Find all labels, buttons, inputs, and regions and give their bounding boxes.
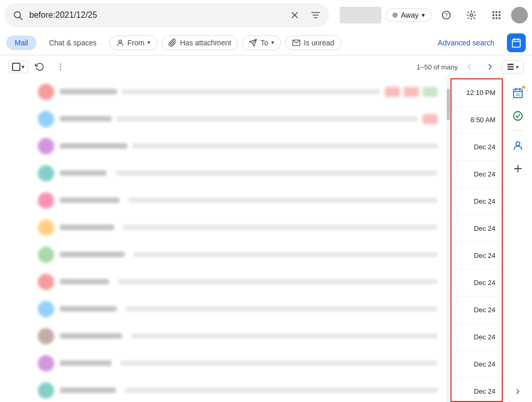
timestamp-panel: 12:10 PM 8:50 AM Dec 24 Dec 24 Dec 24 De… (450, 78, 503, 402)
svg-point-26 (60, 64, 61, 65)
tab-mail[interactable]: Mail (6, 36, 37, 50)
view-toggle-button[interactable]: ▾ (502, 60, 524, 74)
prev-page-button[interactable] (460, 57, 479, 76)
more-options-button[interactable] (51, 57, 70, 76)
filter-chip-to[interactable]: To ▾ (242, 36, 281, 50)
row-checkbox (8, 141, 18, 151)
svg-rect-18 (499, 17, 500, 19)
svg-rect-16 (493, 17, 494, 19)
timestamp-item-3: Dec 24 (452, 161, 502, 188)
pagination-nav (460, 57, 500, 76)
side-tasks-icon[interactable] (507, 105, 528, 126)
help-button[interactable]: ? (436, 5, 457, 26)
svg-point-37 (513, 112, 522, 121)
to-chip-arrow: ▾ (271, 39, 274, 46)
to-chip-label: To (260, 39, 268, 47)
svg-rect-15 (499, 14, 500, 16)
search-clear-icon[interactable] (290, 10, 300, 20)
filter-bar: Mail Chat & spaces From ▾ Has attachment… (0, 30, 532, 55)
apps-button[interactable] (486, 5, 507, 26)
view-dropdown-icon: ▾ (516, 64, 519, 70)
from-chip-arrow: ▾ (147, 39, 151, 46)
right-filter-icon (507, 33, 526, 52)
email-list[interactable]: ☆ ☆ (0, 78, 446, 402)
timestamp-item-10: Dec 24 (452, 351, 502, 378)
filter-chip-is-unread[interactable]: Is unread (285, 36, 341, 50)
search-icon (13, 10, 23, 20)
svg-rect-11 (495, 11, 497, 13)
select-all-checkbox[interactable]: ▾ (8, 61, 28, 73)
has-attachment-label: Has attachment (180, 39, 231, 47)
timestamp-item-1: 8:50 AM (452, 107, 502, 134)
search-input[interactable] (29, 10, 283, 20)
from-chip-label: From (128, 39, 145, 47)
svg-text:?: ? (445, 12, 448, 18)
row-text (60, 143, 438, 149)
timestamp-item-5: Dec 24 (452, 215, 502, 242)
user-avatar[interactable] (511, 7, 528, 23)
advanced-search-link[interactable]: Advanced search (438, 39, 494, 47)
top-bar: Away ▾ ? (0, 0, 532, 30)
svg-line-1 (20, 17, 22, 20)
search-tune-icon[interactable] (310, 10, 321, 20)
row-star: ☆ (23, 114, 32, 124)
search-bar (4, 3, 329, 27)
select-dropdown-icon: ▾ (21, 63, 25, 70)
checkbox-box (12, 63, 20, 71)
status-indicator (392, 13, 398, 18)
calendar-app-icon[interactable] (507, 33, 526, 52)
status-dropdown-icon: ▾ (422, 11, 425, 19)
timestamp-item-6: Dec 24 (452, 242, 502, 269)
row-text (60, 114, 438, 124)
svg-point-28 (60, 69, 61, 70)
row-avatar (38, 84, 54, 100)
mail-icon (292, 39, 300, 47)
svg-rect-14 (495, 14, 497, 16)
settings-button[interactable] (461, 5, 482, 26)
svg-rect-31 (507, 68, 514, 70)
side-add-button[interactable] (507, 158, 528, 179)
scroll-thumb (447, 89, 450, 120)
timestamp-item-11: Dec 24 (452, 378, 502, 402)
right-side-panel: 21 (503, 78, 532, 402)
scrollbar[interactable] (446, 78, 450, 402)
timestamp-item-7: Dec 24 (452, 269, 502, 297)
tab-chat-spaces[interactable]: Chat & spaces (41, 36, 105, 50)
side-contacts-icon[interactable] (507, 135, 528, 156)
timestamp-item-2: Dec 24 (452, 134, 502, 161)
toolbar-row: ▾ 1–50 of many ▾ (0, 55, 532, 78)
profile-avatar-placeholder (340, 7, 381, 23)
svg-point-9 (470, 14, 473, 17)
row-avatar (38, 138, 54, 155)
timestamp-item-4: Dec 24 (452, 188, 502, 215)
row-checkbox (8, 114, 18, 124)
svg-point-38 (516, 142, 519, 146)
row-text (60, 87, 438, 97)
svg-rect-30 (507, 66, 514, 68)
send-icon (249, 39, 257, 47)
refresh-button[interactable] (30, 57, 49, 76)
row-star: ☆ (23, 87, 32, 97)
svg-rect-10 (493, 11, 494, 13)
main-area: ☆ ☆ (0, 78, 532, 402)
attachment-icon (168, 39, 177, 47)
filter-chip-from[interactable]: From ▾ (109, 36, 158, 50)
filter-chip-has-attachment[interactable]: Has attachment (161, 36, 238, 50)
svg-point-19 (119, 40, 121, 42)
svg-rect-13 (493, 14, 494, 16)
row-star: ☆ (23, 141, 32, 151)
side-calendar-icon[interactable]: 21 (507, 82, 528, 103)
timestamp-item-8: Dec 24 (452, 297, 502, 324)
svg-rect-17 (495, 17, 497, 19)
status-button[interactable]: Away ▾ (386, 8, 432, 22)
svg-point-27 (60, 66, 61, 67)
pagination-info: 1–50 of many (417, 63, 458, 71)
email-rows-blurred: ☆ ☆ (0, 78, 446, 402)
timestamp-item-0: 12:10 PM (452, 79, 502, 107)
svg-rect-29 (507, 64, 514, 65)
next-page-button[interactable] (481, 57, 500, 76)
svg-text:21: 21 (516, 93, 520, 97)
side-nav-right-button[interactable] (512, 385, 524, 398)
side-divider (513, 131, 523, 131)
calendar-badge (521, 85, 526, 90)
